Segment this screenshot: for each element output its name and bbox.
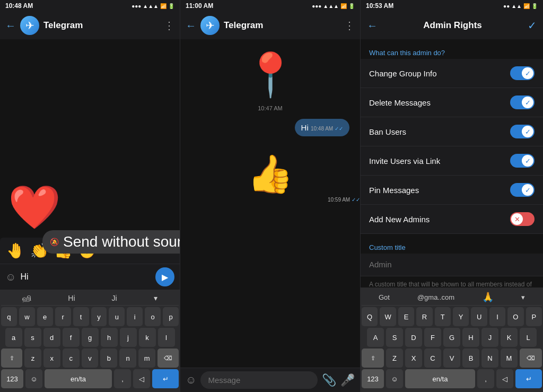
menu-dots-1[interactable]: ⋮: [164, 19, 174, 32]
key-O[interactable]: O: [507, 307, 523, 326]
key-G[interactable]: G: [443, 328, 460, 347]
shift-key-3[interactable]: ⇧: [362, 349, 384, 368]
emoji-key-3[interactable]: ☺: [386, 369, 403, 388]
confirm-checkmark[interactable]: ✓: [528, 19, 537, 32]
key-i[interactable]: i: [127, 307, 143, 326]
top-bar-1: ← ✈ Telegram ⋮: [0, 12, 180, 39]
key-X[interactable]: X: [405, 349, 422, 368]
menu-dots-2[interactable]: ⋮: [344, 19, 355, 32]
comma-key-3[interactable]: ,: [477, 369, 494, 388]
key-c[interactable]: c: [63, 349, 80, 368]
suggestion-hi-en[interactable]: Hi: [68, 294, 75, 303]
key-M[interactable]: M: [501, 349, 518, 368]
key-w[interactable]: w: [19, 307, 35, 326]
key-a[interactable]: a: [5, 328, 22, 347]
emoji-input-icon-1[interactable]: ☺: [5, 271, 16, 283]
key-S[interactable]: S: [386, 328, 403, 347]
key-s[interactable]: s: [24, 328, 41, 347]
back-button-2[interactable]: ←: [186, 20, 196, 32]
backspace-key-3[interactable]: ⌫: [520, 349, 542, 368]
key-q[interactable]: q: [1, 307, 17, 326]
key-U[interactable]: U: [471, 307, 487, 326]
back-button-1[interactable]: ←: [5, 20, 16, 32]
key-C[interactable]: C: [424, 349, 441, 368]
key-g[interactable]: g: [82, 328, 99, 347]
key-Q[interactable]: Q: [362, 307, 378, 326]
back-key-3[interactable]: ◁: [496, 369, 513, 388]
key-N[interactable]: N: [481, 349, 498, 368]
custom-title-input[interactable]: [369, 260, 535, 269]
key-T[interactable]: T: [435, 307, 451, 326]
toggle-switch-3[interactable]: ✓: [510, 154, 535, 168]
toggle-switch-1[interactable]: ✓: [510, 95, 535, 109]
key-j[interactable]: j: [120, 328, 137, 347]
comma-key-1[interactable]: ,: [114, 369, 131, 388]
key-A[interactable]: A: [367, 328, 384, 347]
custom-title-label: Custom title: [361, 239, 543, 254]
key-R[interactable]: R: [416, 307, 432, 326]
key-L[interactable]: L: [520, 328, 537, 347]
key-l[interactable]: l: [158, 328, 175, 347]
num-key-3[interactable]: 123: [362, 369, 384, 388]
key-P[interactable]: P: [526, 307, 542, 326]
key-I[interactable]: I: [489, 307, 505, 326]
key-f[interactable]: f: [63, 328, 80, 347]
permission-label-2: Ban Users: [369, 127, 510, 136]
emoji-key-1[interactable]: ☺: [25, 369, 42, 388]
key-y[interactable]: y: [91, 307, 107, 326]
suggestion-hi[interactable]: ஹி: [22, 294, 31, 303]
send-button-1[interactable]: ▶: [155, 267, 174, 286]
key-k[interactable]: k: [139, 328, 156, 347]
key-z[interactable]: z: [24, 349, 41, 368]
key-E[interactable]: E: [398, 307, 414, 326]
enter-key-1[interactable]: ↵: [152, 369, 179, 388]
key-h[interactable]: h: [101, 328, 118, 347]
space-key-3[interactable]: en/ta: [405, 369, 475, 388]
toggle-switch-0[interactable]: ✓: [510, 66, 535, 80]
suggestion-ji[interactable]: Ji: [112, 294, 117, 303]
key-W[interactable]: W: [380, 307, 396, 326]
toggle-switch-4[interactable]: ✓: [510, 183, 535, 197]
key-Y[interactable]: Y: [453, 307, 469, 326]
toggle-switch-2[interactable]: ✓: [510, 125, 535, 138]
num-key-1[interactable]: 123: [1, 369, 23, 388]
kb3-suggestion-2[interactable]: @gma..com: [417, 293, 454, 301]
backspace-key-1[interactable]: ⌫: [157, 349, 179, 368]
key-F[interactable]: F: [424, 328, 441, 347]
shift-key-1[interactable]: ⇧: [1, 349, 22, 368]
key-d[interactable]: d: [43, 328, 60, 347]
key-p[interactable]: p: [163, 307, 179, 326]
message-input-1[interactable]: [20, 272, 151, 282]
permission-label-0: Change Group Info: [369, 69, 510, 78]
attach-icon[interactable]: 📎: [322, 373, 336, 387]
key-J[interactable]: J: [481, 328, 498, 347]
key-Z[interactable]: Z: [386, 349, 403, 368]
emoji-input-icon-2[interactable]: ☺: [186, 374, 196, 386]
enter-key-3[interactable]: ↵: [515, 369, 542, 388]
admin-rights-title: Admin Rights: [383, 20, 522, 31]
key-v[interactable]: v: [82, 349, 99, 368]
key-r[interactable]: r: [55, 307, 71, 326]
key-H[interactable]: H: [462, 328, 479, 347]
key-o[interactable]: o: [145, 307, 161, 326]
back-button-3[interactable]: ←: [367, 20, 378, 32]
key-x[interactable]: x: [43, 349, 60, 368]
key-u[interactable]: u: [109, 307, 125, 326]
send-without-sound-tooltip[interactable]: Send without sound: [42, 230, 180, 254]
mic-icon[interactable]: 🎤: [340, 373, 355, 387]
key-n[interactable]: n: [119, 349, 136, 368]
key-D[interactable]: D: [405, 328, 422, 347]
back-key-1[interactable]: ◁: [133, 369, 150, 388]
kb3-suggestion-1[interactable]: Got: [379, 293, 390, 301]
key-m[interactable]: m: [138, 349, 155, 368]
key-V[interactable]: V: [443, 349, 460, 368]
key-b[interactable]: b: [100, 349, 117, 368]
message-input-2[interactable]: [200, 371, 318, 389]
key-B[interactable]: B: [462, 349, 479, 368]
chat-area-2: 📍 10:47 AM Hi 10:48 AM ✓✓ 👍 10:59 AM ✓✓ …: [180, 39, 360, 392]
space-key-1[interactable]: en/ta: [45, 369, 112, 388]
key-e[interactable]: e: [37, 307, 53, 326]
toggle-switch-5[interactable]: ✕: [510, 212, 535, 226]
key-K[interactable]: K: [501, 328, 518, 347]
key-t[interactable]: t: [73, 307, 89, 326]
